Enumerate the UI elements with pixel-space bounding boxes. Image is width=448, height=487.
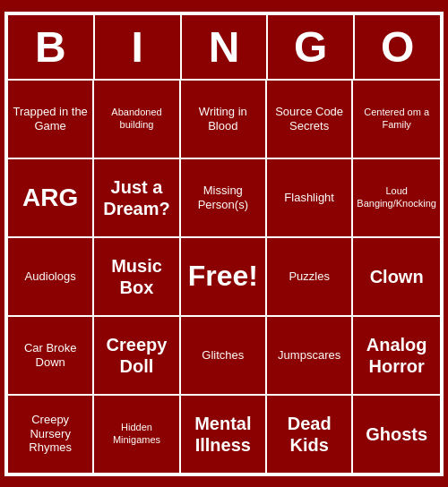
bingo-header: BINGO <box>7 14 441 80</box>
cell-text-22: Mental Illness <box>185 413 262 456</box>
cell-text-10: Audiologs <box>25 269 76 284</box>
cell-text-12: Free! <box>188 259 258 293</box>
cell-text-20: Creepy Nursery Rhymes <box>12 413 89 455</box>
bingo-letter-i: I <box>94 14 181 80</box>
bingo-cell-9: Loud Banging/Knocking <box>352 158 441 237</box>
cell-text-17: Glitches <box>202 348 244 363</box>
bingo-cell-5: ARG <box>7 158 93 237</box>
cell-text-13: Puzzles <box>289 269 330 284</box>
bingo-cell-16: Creepy Doll <box>93 316 179 395</box>
bingo-cell-15: Car Broke Down <box>7 316 93 395</box>
bingo-cell-12: Free! <box>180 237 266 316</box>
bingo-grid: Trapped in the GameAbandoned buildingWri… <box>7 80 441 474</box>
cell-text-24: Ghosts <box>366 423 427 445</box>
cell-text-6: Just a Dream? <box>98 176 175 219</box>
bingo-cell-1: Abandoned building <box>93 80 179 158</box>
bingo-cell-7: Missing Person(s) <box>180 158 266 237</box>
bingo-cell-11: Music Box <box>93 237 179 316</box>
bingo-cell-18: Jumpscares <box>266 316 352 395</box>
cell-text-0: Trapped in the Game <box>12 105 89 132</box>
bingo-cell-0: Trapped in the Game <box>7 80 93 158</box>
bingo-letter-g: G <box>267 14 354 80</box>
cell-text-8: Flashlight <box>284 191 334 205</box>
cell-text-14: Clown <box>370 266 424 287</box>
cell-text-18: Jumpscares <box>278 348 340 363</box>
bingo-cell-2: Writing in Blood <box>180 80 266 158</box>
bingo-cell-4: Centered om a Family <box>352 80 441 158</box>
bingo-cell-21: Hidden Minigames <box>93 395 179 474</box>
bingo-cell-23: Dead Kids <box>266 395 352 474</box>
bingo-card: BINGO Trapped in the GameAbandoned build… <box>4 12 444 476</box>
bingo-letter-n: N <box>181 14 268 80</box>
cell-text-3: Source Code Secrets <box>271 105 348 132</box>
cell-text-21: Hidden Minigames <box>98 422 175 445</box>
cell-text-19: Analog Horror <box>357 334 436 377</box>
bingo-cell-14: Clown <box>352 237 441 316</box>
bingo-cell-20: Creepy Nursery Rhymes <box>7 395 93 474</box>
cell-text-16: Creepy Doll <box>98 334 175 377</box>
bingo-cell-17: Glitches <box>180 316 266 395</box>
bingo-cell-10: Audiologs <box>7 237 93 316</box>
bingo-cell-19: Analog Horror <box>352 316 441 395</box>
bingo-cell-13: Puzzles <box>266 237 352 316</box>
cell-text-23: Dead Kids <box>271 413 348 456</box>
cell-text-5: ARG <box>22 183 78 213</box>
bingo-cell-24: Ghosts <box>352 395 441 474</box>
bingo-cell-3: Source Code Secrets <box>266 80 352 158</box>
bingo-cell-8: Flashlight <box>266 158 352 237</box>
cell-text-15: Car Broke Down <box>12 341 89 369</box>
cell-text-4: Centered om a Family <box>357 107 436 130</box>
cell-text-2: Writing in Blood <box>185 105 262 132</box>
cell-text-1: Abandoned building <box>98 107 175 130</box>
bingo-cell-22: Mental Illness <box>180 395 266 474</box>
bingo-letter-o: O <box>354 14 441 80</box>
cell-text-7: Missing Person(s) <box>185 184 262 211</box>
bingo-cell-6: Just a Dream? <box>93 158 179 237</box>
cell-text-11: Music Box <box>98 255 175 298</box>
bingo-letter-b: B <box>7 14 94 80</box>
cell-text-9: Loud Banging/Knocking <box>357 185 436 209</box>
